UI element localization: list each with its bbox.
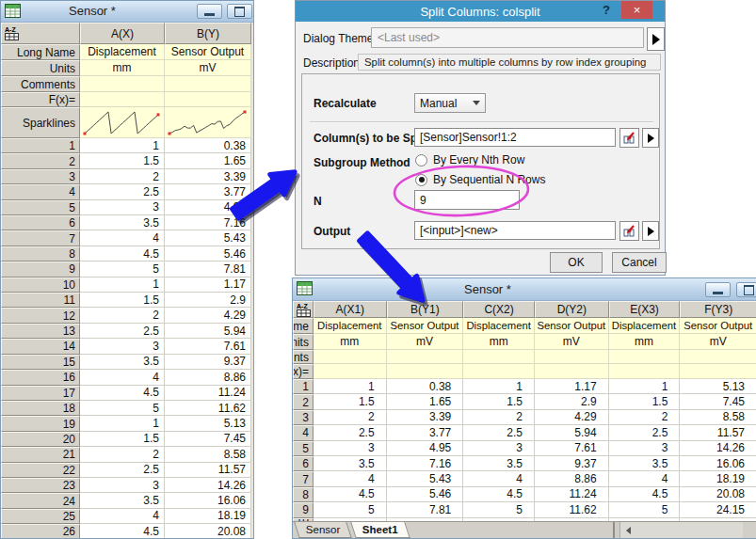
label-cell[interactable]	[165, 76, 251, 92]
cell[interactable]: 4.95	[387, 441, 464, 456]
cell[interactable]: 18.19	[165, 509, 251, 524]
cell[interactable]: 5	[609, 502, 681, 517]
cancel-button[interactable]: Cancel	[612, 252, 667, 273]
cell[interactable]: 4.5	[80, 524, 165, 539]
cell[interactable]: 2.5	[80, 463, 165, 478]
columns-flyout-button[interactable]	[642, 128, 659, 148]
row-header[interactable]: 6	[1, 215, 80, 230]
cell[interactable]: 4	[80, 370, 165, 385]
row-header[interactable]: 9	[1, 262, 80, 277]
cell[interactable]: 1	[314, 379, 387, 394]
row-header[interactable]: 10	[1, 277, 80, 293]
sheet-corner-button[interactable]: A-Z	[1, 23, 80, 44]
row-header[interactable]: 7	[1, 230, 80, 246]
cell[interactable]: 3.77	[387, 425, 464, 440]
cell[interactable]: 11.57	[165, 463, 251, 478]
label-cell[interactable]	[80, 92, 165, 107]
cell[interactable]: 5.43	[387, 471, 464, 486]
column-header[interactable]: A(X)	[80, 23, 165, 44]
label-cell[interactable]	[387, 350, 464, 364]
label-cell[interactable]: Displacement	[80, 44, 165, 60]
n-input[interactable]: 9	[414, 190, 520, 210]
label-cell[interactable]: Displacement	[314, 318, 387, 334]
cell[interactable]: 1.5	[80, 432, 165, 447]
sparkline-cell[interactable]	[165, 107, 251, 138]
row-header[interactable]: 2	[293, 394, 314, 409]
cell[interactable]: 7.61	[535, 441, 609, 456]
label-cell[interactable]	[463, 350, 535, 364]
column-header[interactable]: C(X2)	[463, 301, 535, 318]
cell[interactable]: 3.5	[80, 355, 165, 370]
cell[interactable]: 5	[463, 502, 535, 517]
label-cell[interactable]	[535, 364, 609, 379]
maximize-button[interactable]	[227, 4, 252, 19]
cell[interactable]: 3.77	[165, 184, 251, 199]
cell[interactable]: 4.5	[80, 246, 165, 262]
row-header[interactable]: 5	[1, 200, 80, 215]
cell[interactable]: 4	[80, 509, 165, 524]
row-header[interactable]: 1	[293, 379, 314, 394]
cell[interactable]: 4	[463, 471, 535, 486]
cell[interactable]: 9.37	[165, 355, 251, 370]
cell[interactable]: 20.08	[165, 524, 251, 539]
cell[interactable]: 2.5	[80, 184, 165, 199]
label-cell[interactable]	[609, 364, 681, 379]
cell[interactable]: 24.15	[680, 502, 756, 517]
cell[interactable]: 14.26	[165, 478, 251, 493]
cell[interactable]: 2.5	[609, 425, 681, 440]
row-header[interactable]: 14	[1, 339, 80, 354]
column-header[interactable]: D(Y2)	[535, 301, 609, 318]
row-header[interactable]: 6	[293, 456, 314, 471]
label-cell[interactable]: mm	[314, 334, 387, 350]
label-cell[interactable]	[80, 76, 165, 92]
cell[interactable]: 4.95	[165, 200, 251, 215]
row-header[interactable]: 2	[1, 153, 80, 168]
minimize-button[interactable]	[197, 4, 222, 19]
cell[interactable]: 1	[463, 379, 535, 394]
cell[interactable]: 5.46	[165, 246, 251, 262]
label-cell[interactable]: mV	[535, 334, 609, 350]
cell[interactable]: 4	[80, 230, 165, 246]
cell[interactable]: 3.5	[80, 215, 165, 230]
help-button[interactable]: ?	[599, 3, 614, 17]
cell[interactable]: 3	[80, 339, 165, 354]
cell[interactable]: 1.65	[387, 394, 464, 409]
label-cell[interactable]	[165, 92, 251, 107]
row-header[interactable]: 25	[1, 509, 80, 524]
cell[interactable]: 11.62	[535, 502, 609, 517]
label-cell[interactable]: mV	[165, 60, 251, 76]
label-cell[interactable]: Displacement	[609, 318, 681, 334]
cell[interactable]: 1.5	[463, 394, 535, 409]
row-header[interactable]: 15	[1, 355, 80, 370]
cell[interactable]: 3	[463, 441, 535, 456]
tab-sheet1[interactable]: Sheet1	[351, 522, 410, 538]
row-header[interactable]: 11	[1, 293, 80, 308]
cell[interactable]: 14.26	[680, 441, 756, 456]
row-header[interactable]: 3	[1, 169, 80, 184]
cell[interactable]: 1.65	[165, 153, 251, 168]
sparkline-cell[interactable]	[80, 107, 165, 138]
row-header[interactable]: 23	[1, 478, 80, 493]
label-cell[interactable]	[680, 350, 756, 364]
cell[interactable]: 4.29	[535, 410, 609, 425]
cell[interactable]: 2	[80, 169, 165, 184]
cell[interactable]: 5.94	[535, 425, 609, 440]
column-header[interactable]: E(X3)	[609, 301, 681, 318]
cell[interactable]: 4.5	[609, 487, 681, 502]
row-header[interactable]: 24	[1, 493, 80, 508]
cell[interactable]: 4.5	[314, 487, 387, 502]
output-selector-button[interactable]	[619, 221, 639, 241]
column-header[interactable]: F(Y3)	[680, 301, 756, 318]
row-header[interactable]: 8	[1, 246, 80, 262]
cell[interactable]: 2.5	[314, 425, 387, 440]
radio-every-nth-row[interactable]: By Every Nth Row	[415, 153, 524, 166]
cell[interactable]: 7.16	[387, 456, 464, 471]
cell[interactable]: 5.43	[165, 230, 251, 246]
label-cell[interactable]: Sensor Output	[165, 44, 251, 60]
row-header[interactable]: 9	[293, 502, 314, 517]
cell[interactable]: 4.5	[80, 386, 165, 401]
cell[interactable]: 3	[314, 441, 387, 456]
cell[interactable]: 3.5	[609, 456, 681, 471]
label-cell[interactable]: mV	[680, 334, 756, 350]
row-header[interactable]: 4	[293, 425, 314, 440]
